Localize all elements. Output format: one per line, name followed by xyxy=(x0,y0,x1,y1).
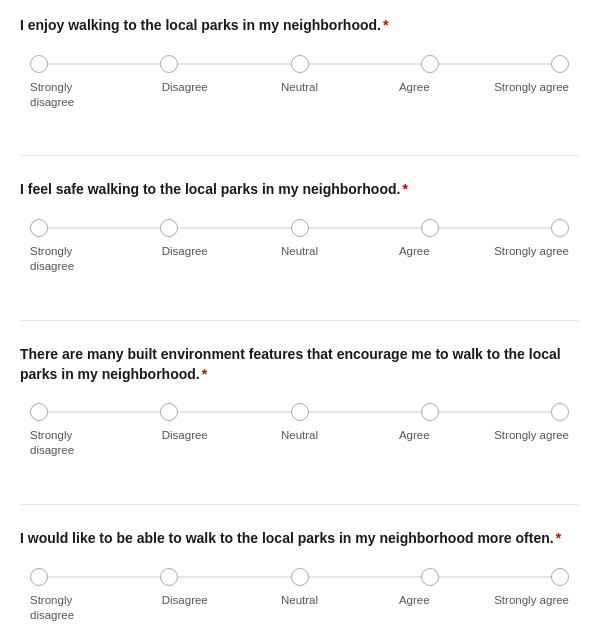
question-block-4: I would like to be able to walk to the l… xyxy=(20,529,579,629)
likert-point-3-2[interactable] xyxy=(160,403,178,421)
question-block-3: There are many built environment feature… xyxy=(20,345,579,476)
likert-label-3-4: Agree xyxy=(374,428,454,458)
required-marker-3: * xyxy=(202,366,207,382)
likert-point-3-5[interactable] xyxy=(551,403,569,421)
likert-scale-3: Strongly disagreeDisagreeNeutralAgreeStr… xyxy=(20,402,579,458)
likert-point-4-3[interactable] xyxy=(291,568,309,586)
likert-point-4-5[interactable] xyxy=(551,568,569,586)
likert-label-1-4: Agree xyxy=(374,80,454,110)
likert-scale-4: Strongly disagreeDisagreeNeutralAgreeStr… xyxy=(20,567,579,623)
likert-labels-4: Strongly disagreeDisagreeNeutralAgreeStr… xyxy=(30,593,569,623)
likert-label-2-1: Strongly disagree xyxy=(30,244,110,274)
likert-label-1-3: Neutral xyxy=(260,80,340,110)
likert-labels-1: Strongly disagreeDisagreeNeutralAgreeStr… xyxy=(30,80,569,110)
likert-label-3-1: Strongly disagree xyxy=(30,428,110,458)
likert-point-3-3[interactable] xyxy=(291,403,309,421)
likert-label-3-2: Disagree xyxy=(145,428,225,458)
required-marker-4: * xyxy=(556,530,561,546)
likert-label-4-4: Agree xyxy=(374,593,454,623)
likert-point-3-1[interactable] xyxy=(30,403,48,421)
likert-point-2-4[interactable] xyxy=(421,219,439,237)
required-marker-1: * xyxy=(383,17,388,33)
likert-label-4-5: Strongly agree xyxy=(489,593,569,623)
likert-labels-3: Strongly disagreeDisagreeNeutralAgreeStr… xyxy=(30,428,569,458)
divider-3 xyxy=(20,504,579,505)
likert-point-2-2[interactable] xyxy=(160,219,178,237)
likert-point-1-5[interactable] xyxy=(551,55,569,73)
question-block-2: I feel safe walking to the local parks i… xyxy=(20,180,579,291)
question-text-3: There are many built environment feature… xyxy=(20,345,579,384)
likert-label-1-2: Disagree xyxy=(145,80,225,110)
likert-point-3-4[interactable] xyxy=(421,403,439,421)
question-text-2: I feel safe walking to the local parks i… xyxy=(20,180,579,200)
likert-label-4-2: Disagree xyxy=(145,593,225,623)
likert-point-2-3[interactable] xyxy=(291,219,309,237)
likert-point-4-1[interactable] xyxy=(30,568,48,586)
likert-label-2-4: Agree xyxy=(374,244,454,274)
likert-point-2-1[interactable] xyxy=(30,219,48,237)
likert-point-1-2[interactable] xyxy=(160,55,178,73)
likert-point-4-4[interactable] xyxy=(421,568,439,586)
likert-point-1-1[interactable] xyxy=(30,55,48,73)
likert-scale-2: Strongly disagreeDisagreeNeutralAgreeStr… xyxy=(20,218,579,274)
likert-label-4-1: Strongly disagree xyxy=(30,593,110,623)
question-block-1: I enjoy walking to the local parks in my… xyxy=(20,16,579,127)
likert-label-1-1: Strongly disagree xyxy=(30,80,110,110)
likert-label-3-5: Strongly agree xyxy=(489,428,569,458)
likert-label-3-3: Neutral xyxy=(260,428,340,458)
required-marker-2: * xyxy=(402,181,407,197)
likert-label-4-3: Neutral xyxy=(260,593,340,623)
likert-point-2-5[interactable] xyxy=(551,219,569,237)
likert-point-1-4[interactable] xyxy=(421,55,439,73)
likert-point-4-2[interactable] xyxy=(160,568,178,586)
likert-label-2-3: Neutral xyxy=(260,244,340,274)
divider-2 xyxy=(20,320,579,321)
question-text-4: I would like to be able to walk to the l… xyxy=(20,529,579,549)
likert-label-1-5: Strongly agree xyxy=(489,80,569,110)
likert-point-1-3[interactable] xyxy=(291,55,309,73)
survey-container: I enjoy walking to the local parks in my… xyxy=(20,16,579,629)
question-text-1: I enjoy walking to the local parks in my… xyxy=(20,16,579,36)
likert-scale-1: Strongly disagreeDisagreeNeutralAgreeStr… xyxy=(20,54,579,110)
likert-label-2-2: Disagree xyxy=(145,244,225,274)
likert-label-2-5: Strongly agree xyxy=(489,244,569,274)
likert-labels-2: Strongly disagreeDisagreeNeutralAgreeStr… xyxy=(30,244,569,274)
divider-1 xyxy=(20,155,579,156)
